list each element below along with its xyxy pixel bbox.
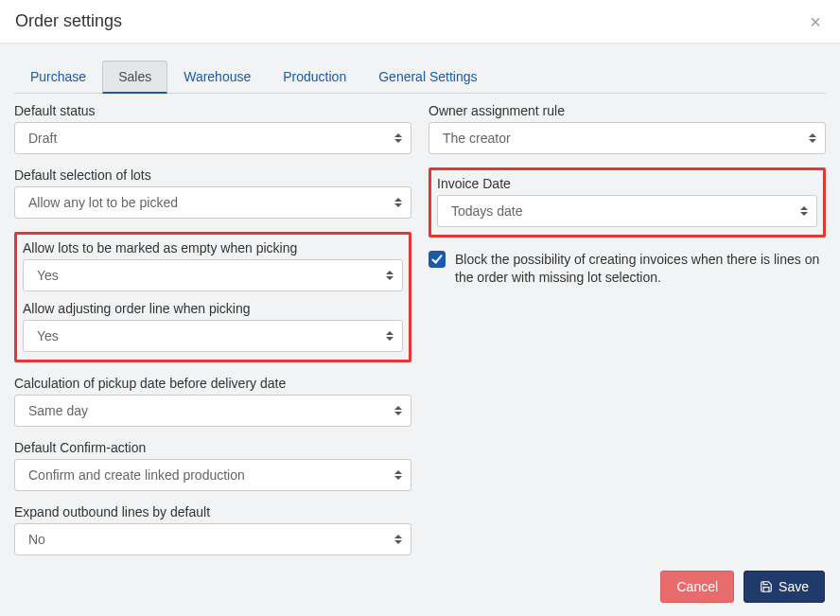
select-value: Confirm and create linked production xyxy=(28,467,245,483)
label-owner-rule: Owner assignment rule xyxy=(429,103,826,118)
form-area: Default status Draft Default selection o… xyxy=(14,94,826,557)
label-calc-pickup: Calculation of pickup date before delive… xyxy=(14,376,411,391)
chevron-updown-icon xyxy=(808,132,817,145)
highlight-lots-picking: Allow lots to be marked as empty when pi… xyxy=(14,232,411,362)
highlight-invoice-date: Invoice Date Todays date xyxy=(429,167,826,238)
save-button-label: Save xyxy=(779,579,809,594)
tabs: Purchase Sales Warehouse Production Gene… xyxy=(14,44,826,94)
select-value: Allow any lot to be picked xyxy=(28,195,178,210)
tab-general-settings[interactable]: General Settings xyxy=(362,61,493,94)
label-invoice-date: Invoice Date xyxy=(437,176,817,191)
chevron-updown-icon xyxy=(394,468,403,482)
field-default-confirm: Default Confirm-action Confirm and creat… xyxy=(14,440,411,491)
field-expand-outbound: Expand outbound lines by default No xyxy=(14,504,411,555)
save-button[interactable]: Save xyxy=(744,571,825,603)
label-allow-lots-empty: Allow lots to be marked as empty when pi… xyxy=(23,240,403,255)
checkbox-block-invoice[interactable] xyxy=(429,251,446,268)
select-allow-lots-empty[interactable]: Yes xyxy=(23,259,403,291)
field-owner-rule: Owner assignment rule The creator xyxy=(429,103,826,154)
select-value: No xyxy=(28,532,45,547)
modal-footer: Cancel Save xyxy=(0,557,840,616)
chevron-updown-icon xyxy=(799,204,809,218)
cancel-button[interactable]: Cancel xyxy=(660,571,734,603)
chevron-updown-icon xyxy=(394,132,403,145)
label-default-confirm: Default Confirm-action xyxy=(14,440,411,455)
order-settings-modal: Order settings × Purchase Sales Warehous… xyxy=(0,0,840,616)
select-owner-rule[interactable]: The creator xyxy=(429,122,826,154)
label-block-invoice: Block the possibility of creating invoic… xyxy=(455,251,826,287)
field-allow-lots-empty: Allow lots to be marked as empty when pi… xyxy=(23,240,403,291)
tab-production[interactable]: Production xyxy=(267,61,362,94)
left-column: Default status Draft Default selection o… xyxy=(14,103,411,557)
chevron-updown-icon xyxy=(385,329,394,343)
tab-warehouse[interactable]: Warehouse xyxy=(167,61,267,94)
chevron-updown-icon xyxy=(394,404,403,417)
tab-purchase[interactable]: Purchase xyxy=(14,61,102,94)
label-default-selection-lots: Default selection of lots xyxy=(14,167,411,183)
select-value: The creator xyxy=(443,131,511,146)
select-default-selection-lots[interactable]: Allow any lot to be picked xyxy=(14,186,411,219)
field-default-selection-lots: Default selection of lots Allow any lot … xyxy=(14,167,411,219)
select-default-status[interactable]: Draft xyxy=(14,122,411,154)
modal-header: Order settings × xyxy=(0,0,840,44)
close-icon[interactable]: × xyxy=(806,12,825,31)
tab-sales[interactable]: Sales xyxy=(102,61,167,94)
select-default-confirm[interactable]: Confirm and create linked production xyxy=(14,459,411,491)
select-value: Todays date xyxy=(451,203,523,219)
select-value: Same day xyxy=(28,403,88,418)
select-value: Yes xyxy=(37,328,59,343)
modal-title: Order settings xyxy=(15,11,122,31)
select-invoice-date[interactable]: Todays date xyxy=(437,195,817,227)
chevron-updown-icon xyxy=(385,269,394,282)
field-block-invoice: Block the possibility of creating invoic… xyxy=(429,251,826,287)
select-allow-adjust-line[interactable]: Yes xyxy=(23,320,403,352)
select-expand-outbound[interactable]: No xyxy=(14,523,411,555)
label-default-status: Default status xyxy=(14,103,411,118)
field-calc-pickup: Calculation of pickup date before delive… xyxy=(14,376,411,427)
field-invoice-date: Invoice Date Todays date xyxy=(437,176,817,227)
label-expand-outbound: Expand outbound lines by default xyxy=(14,504,411,519)
cancel-button-label: Cancel xyxy=(676,579,718,594)
right-column: Owner assignment rule The creator Invoic… xyxy=(429,103,826,557)
save-icon xyxy=(760,580,773,593)
modal-body: Purchase Sales Warehouse Production Gene… xyxy=(0,44,840,557)
select-calc-pickup[interactable]: Same day xyxy=(14,395,411,427)
select-value: Draft xyxy=(28,131,57,146)
chevron-updown-icon xyxy=(394,196,403,209)
select-value: Yes xyxy=(37,268,59,283)
field-default-status: Default status Draft xyxy=(14,103,411,154)
field-allow-adjust-line: Allow adjusting order line when picking … xyxy=(23,301,403,352)
chevron-updown-icon xyxy=(394,533,403,546)
label-allow-adjust-line: Allow adjusting order line when picking xyxy=(23,301,403,316)
